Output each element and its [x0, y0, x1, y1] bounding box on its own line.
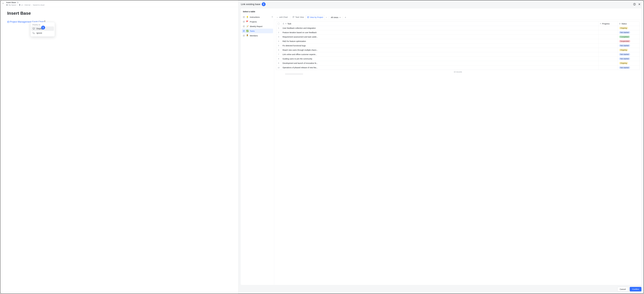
table-row[interactable]: 7Link online and offline customer experi… — [276, 52, 640, 57]
cell-task[interactable]: Link online and offline customer experie… — [281, 52, 598, 57]
table-row[interactable]: 5Fix detected functional bugsNot started — [276, 44, 640, 48]
shield-icon — [19, 4, 20, 6]
add-view-button[interactable] — [344, 16, 347, 19]
status-badge: Ongoing — [619, 49, 628, 51]
column-header-task[interactable]: Task — [281, 22, 598, 26]
chevron-double-left-icon — [271, 16, 273, 18]
cell-progress[interactable] — [598, 30, 618, 35]
breadcrumb-security[interactable]: L2 - Internal — [19, 4, 30, 6]
cancel-button[interactable]: Cancel — [617, 287, 628, 291]
cell-progress[interactable] — [598, 65, 618, 70]
chevron-left-icon — [2, 3, 4, 4]
table-list-item[interactable]: 🚩Projects — [242, 19, 273, 24]
table-row[interactable]: 3Requirement assessment and task subdi..… — [276, 35, 640, 39]
tabs-scroll-left[interactable] — [276, 16, 279, 19]
breadcrumb-space[interactable]: My Space — [6, 4, 16, 6]
cell-status[interactable]: Not started — [618, 30, 640, 35]
cell-status[interactable]: Ongoing — [618, 48, 640, 52]
column-header-progress[interactable]: Progress — [598, 22, 618, 26]
help-icon — [633, 3, 636, 6]
row-number: 6 — [276, 48, 281, 52]
table-row[interactable]: 4R&D for feature optimizationSuspended — [276, 39, 640, 44]
svg-rect-14 — [243, 21, 244, 22]
table-row[interactable]: 1User feedback collection and integratio… — [276, 26, 640, 30]
svg-marker-32 — [326, 17, 327, 18]
table-emoji: 💡 — [246, 16, 248, 18]
cell-progress[interactable] — [598, 26, 618, 30]
horizontal-scrollbar[interactable] — [285, 74, 303, 74]
close-button[interactable] — [638, 3, 641, 6]
svg-marker-0 — [17, 2, 18, 3]
cell-status[interactable]: Ongoing — [618, 26, 640, 30]
cell-progress[interactable] — [598, 44, 618, 48]
cell-progress[interactable] — [598, 52, 618, 57]
cell-task[interactable]: Fix detected functional bugs — [281, 44, 598, 48]
table-list-item[interactable]: 💡Instructions — [242, 15, 273, 19]
table-row[interactable]: 6Reach new users through multiple chann.… — [276, 48, 640, 52]
status-badge: Ongoing — [619, 27, 628, 29]
collapse-sidebar-button[interactable] — [270, 15, 274, 19]
table-list-item[interactable]: 📝Weekly Report — [242, 24, 273, 29]
table-list-item[interactable]: ✅Tasks — [242, 29, 273, 33]
table-icon — [243, 16, 245, 18]
cell-progress[interactable] — [598, 39, 618, 43]
cell-task[interactable]: Operations of phased release of new fea.… — [281, 65, 598, 70]
table-list-item[interactable]: 👨‍💼Members — [242, 33, 273, 38]
confirm-button[interactable]: Confirm — [630, 287, 642, 291]
table-label: Members — [250, 35, 258, 37]
triangle-right-icon — [326, 17, 327, 18]
document-pane: Insert Base My Space | — [0, 0, 238, 294]
svg-rect-20 — [243, 30, 244, 32]
step-badge-1: 1 — [41, 26, 45, 30]
status-badge: Not started — [619, 58, 630, 60]
text-icon — [600, 23, 601, 25]
cell-status[interactable]: Not started — [618, 57, 640, 61]
cell-progress[interactable] — [598, 35, 618, 39]
table-icon — [243, 21, 245, 23]
cell-task[interactable]: Development and launch of innovative fe.… — [281, 61, 598, 65]
table-row[interactable]: 10Operations of phased release of new fe… — [276, 65, 640, 70]
all-views-dropdown[interactable]: All views — [330, 16, 342, 19]
svg-marker-26 — [277, 17, 277, 18]
table-row[interactable]: 2Feature iteration based on user feedbac… — [276, 30, 640, 35]
folder-icon — [6, 4, 8, 6]
cell-progress[interactable] — [598, 48, 618, 52]
cell-status[interactable]: Completed — [618, 35, 640, 39]
svg-rect-4 — [33, 28, 35, 29]
column-header-status[interactable]: Status — [618, 22, 640, 26]
step-badge-2: 2 — [262, 2, 266, 6]
status-badge: Completed — [619, 36, 630, 38]
tab-view-by-project[interactable]: View by Project — [306, 15, 325, 20]
display-option-ignore[interactable]: Ignore — [31, 31, 54, 35]
cell-status[interactable]: Suspended — [618, 39, 640, 43]
cell-status[interactable]: Not started — [618, 44, 640, 48]
cell-task[interactable]: Reach new users through multiple chann..… — [281, 48, 598, 52]
table-icon — [243, 35, 245, 37]
tabs-scroll-right[interactable] — [325, 16, 328, 19]
status-badge: Not started — [619, 44, 630, 47]
cell-task[interactable]: Requirement assessment and task subdi... — [281, 35, 598, 39]
cell-task[interactable]: Guiding users to join the community — [281, 57, 598, 61]
base-icon — [7, 21, 10, 23]
status-badge: Not started — [619, 31, 630, 34]
table-row[interactable]: 9Development and launch of innovative fe… — [276, 61, 640, 65]
document-title: Insert Base — [6, 1, 16, 4]
monitor-icon — [32, 28, 35, 30]
help-button[interactable] — [633, 3, 636, 6]
tab-task-view[interactable]: Task View — [291, 15, 306, 20]
cell-status[interactable]: Not started — [618, 52, 640, 57]
record-count: 10 records — [276, 70, 640, 73]
cell-task[interactable]: User feedback collection and integration — [281, 26, 598, 30]
cell-progress[interactable] — [598, 61, 618, 65]
cell-progress[interactable] — [598, 57, 618, 61]
cell-task[interactable]: Feature iteration based on user feedback — [281, 30, 598, 35]
cell-status[interactable]: Not started — [618, 65, 640, 70]
back-button[interactable] — [1, 2, 5, 5]
table-row[interactable]: 8Guiding users to join the communityNot … — [276, 57, 640, 61]
table-label: Instructions — [250, 16, 260, 18]
tab-gantt-chart[interactable]: antt Chart — [279, 15, 290, 20]
cell-task[interactable]: R&D for feature optimization — [281, 39, 598, 43]
star-icon[interactable] — [17, 2, 19, 3]
cell-status[interactable]: Ongoing — [618, 61, 640, 65]
select-all-checkbox[interactable] — [278, 23, 280, 25]
